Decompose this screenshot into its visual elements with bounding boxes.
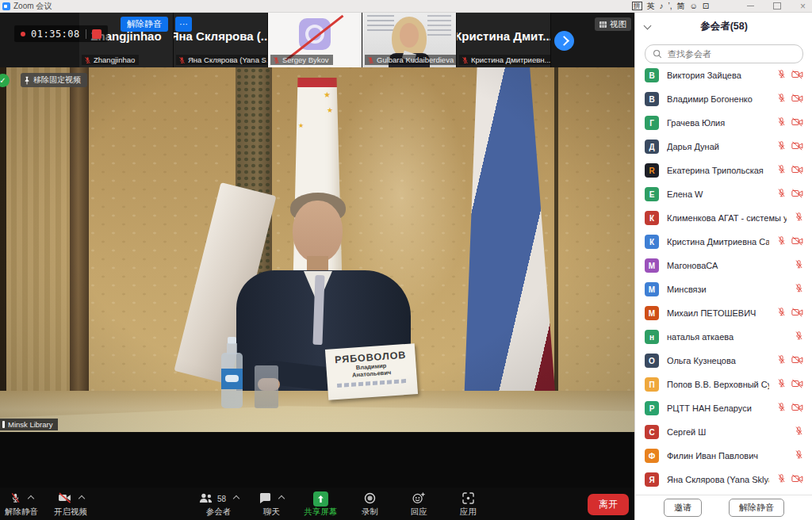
zoom-app-icon: [2, 2, 10, 10]
minimize-icon[interactable]: [747, 6, 754, 6]
ime-icon[interactable]: 简: [677, 1, 685, 12]
video-thumbnail[interactable]: Кристина Дмит...Кристина Дмитриевн...: [457, 12, 551, 67]
participant-row[interactable]: ССергей Ш: [635, 420, 812, 444]
wall-left-section: [0, 67, 70, 432]
participant-status-icons: [777, 306, 803, 320]
zoom-meeting-window: Zoom 会议 拼英♪’,简☺⊡ × ZhangjinhaoZhangjinha…: [0, 0, 812, 520]
video-thumbnail[interactable]: Gulbara Kudaiberdieva: [362, 12, 457, 67]
unmute-icon: [10, 492, 21, 505]
close-icon[interactable]: ×: [800, 2, 806, 11]
caret-up-icon[interactable]: [27, 495, 33, 502]
toolbar-start-video-button[interactable]: 开启视频: [52, 490, 89, 518]
video-off-icon: [791, 377, 803, 392]
toolbar-label: 参会者: [206, 507, 232, 518]
participant-avatar: Я: [645, 472, 659, 487]
participants-footer: 邀请 解除静音: [635, 495, 812, 520]
muted-mic-icon: [84, 56, 91, 64]
participant-row[interactable]: ннаталья аткаева: [635, 325, 812, 349]
chevron-down-icon[interactable]: [644, 22, 652, 30]
caret-up-icon[interactable]: [233, 495, 239, 502]
view-button[interactable]: 视图: [595, 17, 631, 31]
share-screen-icon: [313, 491, 328, 507]
participant-name: Попов В.В. Верховный Суд РФ: [667, 380, 769, 389]
video-off-icon: [791, 68, 803, 82]
recording-time: 01:35:08: [31, 29, 80, 40]
participant-name: Филин Иван Павлович: [667, 451, 787, 461]
toolbar-label: 开启视频: [54, 507, 87, 518]
search-input[interactable]: [666, 48, 795, 59]
participant-avatar: Г: [645, 116, 659, 130]
flag-pole: [554, 67, 558, 432]
maximize-icon[interactable]: [773, 2, 781, 10]
toolbar-reactions-button[interactable]: 回应: [400, 490, 437, 518]
participant-status-icons: [777, 354, 803, 368]
participant-row[interactable]: ФФилин Иван Павлович: [635, 444, 812, 468]
participant-row[interactable]: ММинсвязи: [635, 277, 812, 301]
photo-g-lines-l: [367, 15, 394, 32]
participant-row[interactable]: ДДарья Дунай: [635, 135, 812, 159]
more-options-button[interactable]: ···: [175, 17, 192, 32]
flag-star-icon: ★: [324, 90, 331, 99]
participant-avatar: Р: [645, 401, 659, 415]
caret-up-icon[interactable]: [278, 495, 284, 502]
caret-up-icon[interactable]: [78, 495, 84, 502]
toolbar-left-group: 解除静音开启视频: [3, 490, 89, 518]
thumbnail-name-text: Gulbara Kudaiberdieva: [377, 55, 454, 64]
thumbnail-name-label: Gulbara Kudaiberdieva: [365, 55, 457, 65]
remove-pin-button[interactable]: 移除固定视频: [21, 73, 87, 87]
nameplate: РЯБОВОЛОВ Владимир Анатольевич: [325, 343, 418, 400]
ime-icon[interactable]: ⊡: [703, 2, 709, 10]
toolbar-share-screen-button[interactable]: 共享屏幕: [302, 490, 339, 518]
wood-pillar: [70, 67, 89, 432]
participant-row[interactable]: ККристина Дмитриевна Савиц...: [635, 230, 812, 254]
toolbar-label: 解除静音: [5, 507, 38, 518]
participant-row[interactable]: ООльга Кузнецова: [635, 349, 812, 373]
participant-name: наталья аткаева: [667, 332, 787, 342]
participant-row[interactable]: ЕЕлена W: [635, 182, 812, 206]
thumbnail-name-text: Яна Склярова (Yana S...: [188, 55, 268, 64]
toolbar-participants-button[interactable]: 58参会者: [197, 490, 240, 518]
participant-name: Владимир Богоненко: [667, 94, 769, 104]
toolbar-apps-button[interactable]: 应用: [450, 490, 486, 518]
participant-avatar: Е: [645, 187, 659, 201]
invite-button[interactable]: 邀请: [664, 499, 702, 517]
participant-name: Екатерина Трипольская: [667, 166, 769, 175]
unmute-prompt-button[interactable]: 解除静音: [121, 17, 168, 32]
participant-name: МагоноваСА: [667, 261, 787, 270]
drinking-glass: [255, 365, 278, 408]
ime-icon[interactable]: ♪: [660, 2, 664, 10]
muted-mic-icon: [462, 56, 469, 64]
participant-row[interactable]: ММихаил ПЕТОШЕВИЧ: [635, 301, 812, 325]
toolbar-chat-button[interactable]: 聊天: [253, 490, 289, 518]
participant-row[interactable]: RЕкатерина Трипольская: [635, 159, 812, 182]
toolbar-unmute-button[interactable]: 解除静音: [3, 490, 40, 518]
leave-meeting-button[interactable]: 离开: [588, 494, 629, 515]
participant-row[interactable]: ВВладимир Богоненко: [635, 87, 812, 111]
ime-icon[interactable]: ☺: [690, 2, 698, 10]
video-off-icon: [791, 235, 803, 249]
participant-row[interactable]: ММагоноваСА: [635, 254, 812, 277]
mic-muted-icon: [795, 282, 803, 296]
unmute-all-button[interactable]: 解除静音: [729, 499, 784, 517]
ime-icon[interactable]: 拼: [632, 2, 642, 10]
ime-icon[interactable]: ’,: [668, 2, 672, 10]
participant-row[interactable]: РРЦТТ НАН Беларуси: [635, 396, 812, 420]
ime-toolbar: 拼英♪’,简☺⊡: [632, 0, 709, 12]
next-participants-button[interactable]: [554, 31, 574, 51]
participant-row[interactable]: ЯЯна Склярова (Yana Sklyarova): [635, 468, 812, 491]
toolbar-record-button[interactable]: 录制: [351, 490, 388, 518]
participant-avatar: К: [645, 211, 659, 225]
chevron-right-icon: [559, 36, 569, 46]
mic-muted-icon: [795, 425, 803, 439]
stop-recording-button[interactable]: [92, 29, 102, 39]
ime-icon[interactable]: 英: [647, 1, 655, 12]
participant-row[interactable]: ВВиктория Зайцева: [635, 63, 812, 87]
participant-avatar: С: [645, 425, 659, 439]
participant-avatar: В: [645, 68, 659, 82]
participant-row[interactable]: ГГрачева Юлия: [635, 111, 812, 135]
participant-row[interactable]: ППопов В.В. Верховный Суд РФ: [635, 373, 812, 396]
participant-avatar: н: [645, 330, 659, 344]
participant-row[interactable]: ККлименкова АГАТ - системы упра...: [635, 206, 812, 230]
muted-mic-icon: [178, 56, 186, 64]
video-thumbnail[interactable]: Sergey Bykov: [268, 12, 362, 67]
